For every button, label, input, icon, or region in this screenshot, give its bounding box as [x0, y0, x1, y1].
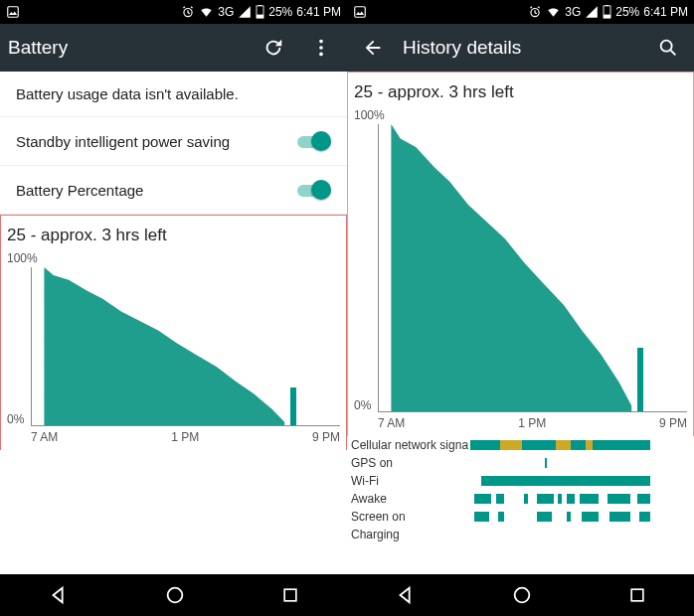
svg-rect-10	[355, 7, 366, 18]
svg-rect-13	[604, 15, 610, 19]
track-gps: GPS on	[351, 454, 694, 472]
track-charging-bar	[470, 530, 684, 539]
network-type: 3G	[565, 5, 581, 19]
back-button[interactable]	[355, 30, 391, 66]
track-awake-bar	[470, 494, 684, 504]
clock: 6:41 PM	[296, 5, 341, 19]
wifi-icon	[546, 5, 561, 19]
status-bar: 3G 25% 6:41 PM	[0, 0, 347, 24]
svg-point-18	[167, 588, 182, 603]
xlabel-a: 7 AM	[378, 416, 405, 430]
svg-point-6	[319, 46, 323, 50]
battery-pct: 25%	[615, 5, 639, 19]
usage-unavailable-row: Battery usage data isn't available.	[0, 72, 347, 117]
xlabel-b: 1 PM	[171, 430, 199, 444]
alarm-icon	[528, 5, 542, 19]
detail-tracks: Cellular network signal GPS on Wi-Fi	[351, 436, 694, 543]
xlabel-a: 7 AM	[31, 430, 58, 444]
standby-label: Standby intelligent power saving	[16, 133, 297, 150]
nav-home-button[interactable]	[511, 584, 533, 606]
appbar-history: History details	[347, 24, 694, 72]
svg-rect-4	[259, 5, 262, 6]
projection-bar	[637, 348, 643, 411]
page-title: Battery	[8, 37, 68, 59]
y-axis-bot: 0%	[352, 398, 371, 412]
svg-marker-8	[44, 267, 284, 425]
track-wifi-bar	[470, 476, 684, 486]
appbar-battery: Battery	[0, 24, 347, 72]
svg-marker-16	[391, 124, 631, 411]
xlabel-b: 1 PM	[518, 416, 546, 430]
nav-bar	[0, 574, 694, 616]
nav-recents-button[interactable]	[280, 585, 300, 605]
nav-back-button[interactable]	[48, 584, 70, 606]
alarm-icon	[181, 5, 195, 19]
track-cellular: Cellular network signal	[351, 436, 694, 454]
chart-title: 25 - approx. 3 hrs left	[348, 73, 693, 106]
track-cellular-bar	[470, 440, 684, 450]
picture-icon	[6, 5, 20, 19]
history-plot	[378, 124, 687, 412]
page-title: History details	[403, 37, 521, 59]
standby-row[interactable]: Standby intelligent power saving	[0, 117, 347, 166]
overflow-menu-button[interactable]	[303, 30, 339, 66]
y-axis-top: 100%	[352, 108, 689, 122]
status-bar: 3G 25% 6:41 PM	[347, 0, 694, 24]
y-axis-bot: 0%	[5, 412, 24, 426]
xlabel-c: 9 PM	[312, 430, 340, 444]
nav-recents-button[interactable]	[627, 585, 647, 605]
nav-home-button[interactable]	[164, 584, 186, 606]
battery-pct-row[interactable]: Battery Percentage	[0, 166, 347, 215]
screen-battery: 3G 25% 6:41 PM Battery Battery usage dat…	[0, 0, 347, 574]
chart-title: 25 - approx. 3 hrs left	[1, 216, 346, 249]
usage-unavailable-text: Battery usage data isn't available.	[16, 85, 331, 102]
track-screen: Screen on	[351, 508, 694, 526]
x-axis: 7 AM 1 PM 9 PM	[31, 430, 340, 444]
svg-rect-19	[284, 589, 296, 601]
svg-point-15	[661, 41, 672, 52]
screen-history-details: 3G 25% 6:41 PM History details 25 - appr…	[347, 0, 694, 574]
history-chart-card: 25 - approx. 3 hrs left 100% 0% 7 AM 1 P…	[347, 72, 694, 436]
battery-pct-toggle[interactable]	[297, 180, 331, 200]
svg-rect-14	[606, 5, 609, 6]
battery-pct: 25%	[268, 5, 292, 19]
wifi-icon	[199, 5, 214, 19]
signal-icon	[238, 5, 252, 19]
refresh-button[interactable]	[256, 30, 291, 66]
track-screen-bar	[470, 512, 684, 522]
track-charging: Charging	[351, 526, 694, 543]
xlabel-c: 9 PM	[659, 416, 687, 430]
projection-bar	[290, 387, 296, 425]
battery-icon	[256, 5, 264, 19]
battery-plot	[31, 267, 340, 426]
picture-icon	[353, 5, 367, 19]
track-awake: Awake	[351, 490, 694, 508]
battery-icon	[603, 5, 611, 19]
y-axis-top: 100%	[5, 251, 342, 265]
signal-icon	[585, 5, 599, 19]
search-button[interactable]	[650, 30, 686, 66]
svg-point-5	[319, 40, 323, 44]
svg-point-7	[319, 53, 323, 57]
nav-back-button[interactable]	[395, 584, 417, 606]
svg-rect-3	[257, 15, 263, 19]
track-gps-bar	[470, 458, 684, 468]
x-axis: 7 AM 1 PM 9 PM	[378, 416, 687, 430]
battery-pct-label: Battery Percentage	[16, 182, 297, 199]
svg-point-20	[514, 588, 529, 603]
battery-chart-card[interactable]: 25 - approx. 3 hrs left 100% 0% 7 AM 1 P…	[0, 215, 347, 450]
svg-rect-21	[631, 589, 643, 601]
network-type: 3G	[218, 5, 234, 19]
clock: 6:41 PM	[643, 5, 688, 19]
svg-rect-0	[8, 7, 19, 18]
track-wifi: Wi-Fi	[351, 472, 694, 490]
standby-toggle[interactable]	[297, 131, 331, 151]
